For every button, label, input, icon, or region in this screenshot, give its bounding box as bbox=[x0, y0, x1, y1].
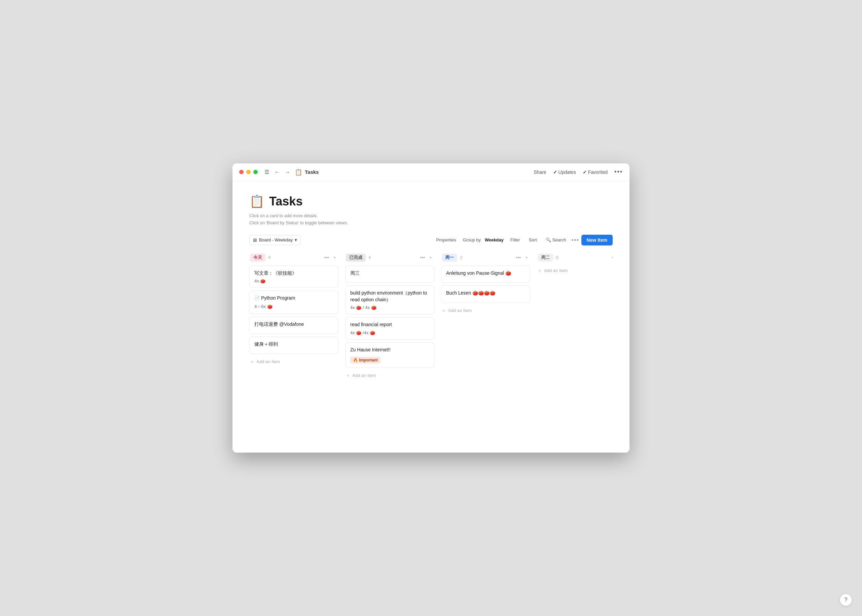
add-item-today-button[interactable]: ＋ Add an Item bbox=[249, 357, 281, 367]
card-phone-vodafone-title: 打电话退费 @Vodafone bbox=[254, 321, 333, 328]
card-financial-report-meta: 4x 🍅 /4x 🍅 bbox=[350, 330, 429, 335]
titlebar-app-icon: 📋 bbox=[295, 168, 302, 176]
card-phone-vodafone[interactable]: 打电话退费 @Vodafone bbox=[249, 317, 339, 334]
fullscreen-button[interactable] bbox=[253, 170, 258, 174]
column-done-count: 4 bbox=[369, 255, 371, 260]
group-by-button[interactable]: Group by Weekday bbox=[462, 236, 505, 244]
card-wednesday[interactable]: 周三 bbox=[345, 266, 434, 283]
column-done-header: 已完成 4 ••• ＋ bbox=[345, 253, 434, 262]
search-button[interactable]: 🔍 Search bbox=[542, 236, 570, 244]
toolbar: ⊞ Board - Weekday ▾ Properties Group by … bbox=[249, 235, 613, 245]
column-monday: 周一 2 ••• ＋ Anleitung von Pause-Signal 🍅 … bbox=[441, 253, 530, 380]
card-python-env[interactable]: build python environment（python to read … bbox=[345, 286, 434, 314]
card-fitness[interactable]: 健身＋得到 bbox=[249, 336, 339, 354]
column-today-more-button[interactable]: ••• bbox=[323, 254, 330, 261]
document-icon: 📄 bbox=[254, 295, 260, 300]
card-buch-lesen-title: Buch Lesen 🍅🍅🍅🍅 bbox=[446, 290, 525, 297]
column-done-more-button[interactable]: ••• bbox=[419, 254, 425, 261]
card-write-article[interactable]: 写文章：《软技能》 4x 🍅 bbox=[249, 266, 339, 288]
card-write-article-meta: 4x 🍅 bbox=[254, 278, 333, 283]
column-tuesday-header: 周二 0 ••• ＋ bbox=[537, 253, 613, 262]
hamburger-button[interactable]: ☰ bbox=[263, 168, 271, 176]
card-financial-report-title: read financial report bbox=[350, 321, 429, 328]
column-tuesday-more-button[interactable]: ••• bbox=[611, 254, 613, 261]
column-tuesday-actions: ••• ＋ bbox=[611, 254, 613, 261]
favorited-button[interactable]: ✓ Favorited bbox=[583, 170, 608, 175]
titlebar-title: Tasks bbox=[305, 169, 318, 175]
add-item-done-button[interactable]: ＋ Add an Item bbox=[345, 371, 377, 380]
board: 今天 4 ••• ＋ 写文章：《软技能》 4x 🍅 📄 Python Progr… bbox=[249, 253, 613, 387]
column-tuesday: 周二 0 ••• ＋ ＋ Add an Item bbox=[537, 253, 613, 380]
group-by-value: Weekday bbox=[485, 237, 504, 242]
card-python-program-title: 📄 Python Program bbox=[254, 295, 333, 302]
page-icon: 📋 bbox=[249, 194, 265, 209]
column-monday-badge: 周一 bbox=[442, 253, 457, 262]
column-monday-header: 周一 2 ••• ＋ bbox=[441, 253, 530, 262]
titlebar: ☰ ← → 📋 Tasks Share ✓ Updates ✓ Favorite… bbox=[233, 163, 629, 181]
plus-icon: ＋ bbox=[442, 308, 446, 314]
close-button[interactable] bbox=[239, 170, 244, 174]
board-selector-label: Board - Weekday bbox=[259, 237, 293, 242]
filter-button[interactable]: Filter bbox=[507, 236, 523, 244]
column-done: 已完成 4 ••• ＋ 周三 build python environment（… bbox=[345, 253, 434, 380]
page-subtitle: Click on a card to add more details. Cli… bbox=[249, 212, 613, 226]
card-pause-signal[interactable]: Anleitung von Pause-Signal 🍅 bbox=[441, 266, 530, 283]
new-item-button[interactable]: New Item bbox=[581, 235, 613, 245]
plus-icon: ＋ bbox=[346, 372, 350, 379]
card-pause-signal-title: Anleitung von Pause-Signal 🍅 bbox=[446, 270, 525, 277]
column-monday-actions: ••• ＋ bbox=[515, 254, 529, 261]
column-today-add-button[interactable]: ＋ bbox=[332, 254, 338, 261]
card-financial-report[interactable]: read financial report 4x 🍅 /4x 🍅 bbox=[345, 317, 434, 339]
column-monday-count: 2 bbox=[460, 255, 462, 260]
column-monday-add-button[interactable]: ＋ bbox=[523, 254, 529, 261]
updates-button[interactable]: ✓ Updates bbox=[553, 170, 576, 175]
search-icon: 🔍 bbox=[546, 237, 551, 242]
column-today: 今天 4 ••• ＋ 写文章：《软技能》 4x 🍅 📄 Python Progr… bbox=[249, 253, 339, 380]
column-tuesday-count: 0 bbox=[556, 255, 558, 260]
card-internet-title: Zu Hause Internet!! bbox=[350, 347, 429, 354]
column-done-badge: 已完成 bbox=[346, 253, 366, 262]
card-internet[interactable]: Zu Hause Internet!! 🔥 Important bbox=[345, 342, 434, 368]
minimize-button[interactable] bbox=[246, 170, 251, 174]
plus-icon: ＋ bbox=[537, 268, 542, 274]
traffic-lights bbox=[239, 170, 258, 174]
help-button[interactable]: ? bbox=[840, 594, 852, 606]
card-write-article-title: 写文章：《软技能》 bbox=[254, 270, 333, 277]
sort-button[interactable]: Sort bbox=[526, 236, 541, 244]
app-window: ☰ ← → 📋 Tasks Share ✓ Updates ✓ Favorite… bbox=[233, 163, 629, 453]
add-item-monday-button[interactable]: ＋ Add an Item bbox=[441, 306, 473, 316]
page-content: 📋 Tasks Click on a card to add more deta… bbox=[233, 181, 629, 453]
board-selector-icon: ⊞ bbox=[253, 237, 257, 243]
titlebar-actions: Share ✓ Updates ✓ Favorited ••• bbox=[534, 168, 623, 176]
page-header: 📋 Tasks bbox=[249, 194, 613, 209]
add-item-tuesday-button[interactable]: ＋ Add an Item bbox=[537, 266, 568, 276]
card-python-program[interactable]: 📄 Python Program 4～6x 🍅 bbox=[249, 291, 339, 314]
column-tuesday-badge: 周二 bbox=[537, 253, 553, 262]
board-selector-button[interactable]: ⊞ Board - Weekday ▾ bbox=[249, 235, 301, 245]
card-python-env-meta: 4x 🍅 / 4x 🍅 bbox=[350, 305, 429, 310]
card-fitness-title: 健身＋得到 bbox=[254, 341, 333, 348]
card-wednesday-title: 周三 bbox=[350, 270, 429, 277]
page-title: Tasks bbox=[269, 194, 303, 209]
share-button[interactable]: Share bbox=[534, 170, 546, 175]
column-today-count: 4 bbox=[268, 255, 271, 260]
forward-button[interactable]: → bbox=[283, 168, 292, 176]
card-python-env-title: build python environment（python to read … bbox=[350, 290, 429, 303]
back-button[interactable]: ← bbox=[273, 168, 281, 176]
column-today-header: 今天 4 ••• ＋ bbox=[249, 253, 339, 262]
plus-icon: ＋ bbox=[250, 359, 254, 365]
column-today-actions: ••• ＋ bbox=[323, 254, 338, 261]
properties-button[interactable]: Properties bbox=[433, 236, 459, 244]
titlebar-more-button[interactable]: ••• bbox=[615, 168, 623, 176]
toolbar-more-button[interactable]: ••• bbox=[572, 237, 579, 243]
column-monday-more-button[interactable]: ••• bbox=[515, 254, 522, 261]
column-done-add-button[interactable]: ＋ bbox=[428, 254, 434, 261]
column-today-badge: 今天 bbox=[250, 253, 265, 262]
tag-important: 🔥 Important bbox=[350, 357, 381, 363]
nav-buttons: ← → bbox=[273, 168, 292, 176]
card-buch-lesen[interactable]: Buch Lesen 🍅🍅🍅🍅 bbox=[441, 286, 530, 303]
column-done-actions: ••• ＋ bbox=[419, 254, 434, 261]
chevron-down-icon: ▾ bbox=[295, 237, 297, 242]
card-python-program-meta: 4～6x 🍅 bbox=[254, 303, 333, 310]
